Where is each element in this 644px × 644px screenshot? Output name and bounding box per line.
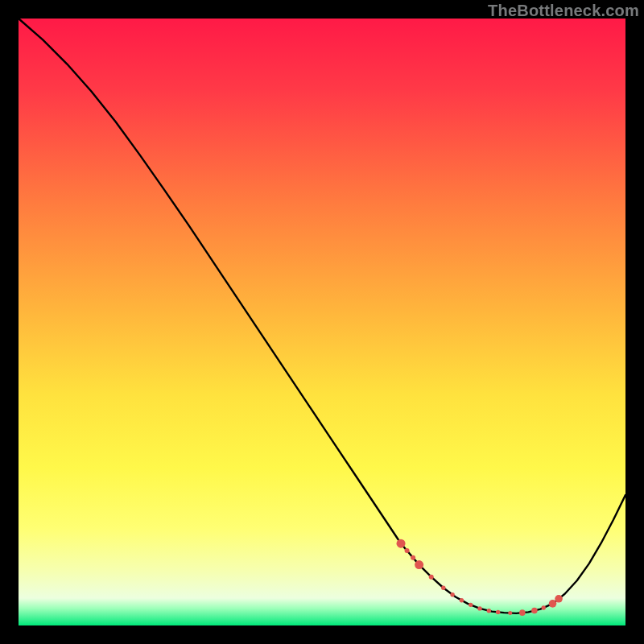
highlight-marker: [487, 609, 491, 613]
highlight-marker: [496, 610, 500, 614]
highlight-marker: [542, 605, 546, 609]
highlight-marker: [555, 595, 563, 603]
highlight-marker: [549, 600, 557, 608]
highlight-marker: [450, 592, 454, 597]
attribution-text: TheBottleneck.com: [488, 2, 639, 20]
highlight-marker: [477, 606, 481, 610]
highlight-marker: [411, 555, 415, 560]
highlight-marker: [508, 611, 512, 615]
curve-layer: [19, 19, 625, 625]
highlight-marker: [460, 598, 464, 602]
highlight-marker: [429, 575, 434, 580]
highlight-marker: [405, 548, 410, 553]
highlight-marker: [397, 539, 406, 548]
highlight-marker: [441, 586, 445, 590]
highlight-marker: [519, 609, 526, 616]
plot-area: [19, 19, 625, 625]
highlight-marker: [469, 603, 473, 607]
highlight-marker: [531, 608, 538, 614]
highlight-marker: [415, 560, 423, 569]
bottleneck-curve: [19, 19, 625, 613]
highlight-markers: [397, 539, 563, 616]
chart-frame: TheBottleneck.com: [0, 0, 644, 644]
